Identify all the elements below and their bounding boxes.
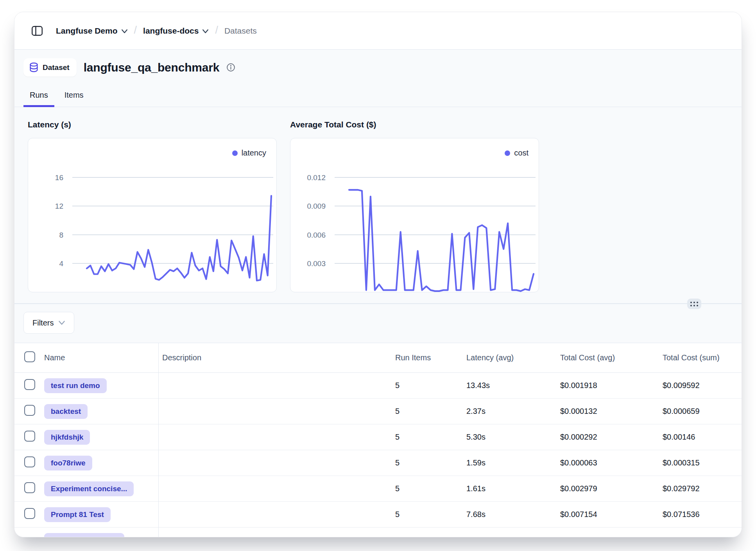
run-total-cost-avg: $0.007154 <box>560 510 663 519</box>
run-name-badge[interactable]: backtest <box>44 404 88 419</box>
table-row[interactable]: Experiment concise... 5 1.61s $0.002979 … <box>14 476 742 502</box>
svg-text:4: 4 <box>59 259 63 268</box>
row-checkbox[interactable] <box>24 508 35 519</box>
chevron-down-icon <box>58 320 65 325</box>
run-items-count: 5 <box>395 458 466 467</box>
cost-line-chart: 0.0120.0090.0060.003 <box>290 138 539 292</box>
row-checkbox[interactable] <box>24 379 35 390</box>
run-total-cost-avg: $0.002979 <box>560 484 663 493</box>
database-icon <box>29 62 39 73</box>
info-icon[interactable] <box>226 63 235 72</box>
run-name-badge[interactable]: foo78riwe <box>44 456 92 470</box>
cost-chart-title: Average Total Cost ($) <box>290 120 539 129</box>
run-items-count: 5 <box>395 433 466 442</box>
run-total-cost-sum: $0.00146 <box>663 433 742 442</box>
dataset-name: langfuse-docs <box>143 26 199 36</box>
run-name-badge[interactable]: hjkfdshjk <box>44 430 90 445</box>
select-all-checkbox[interactable] <box>24 351 35 362</box>
latency-line-chart: 161284 <box>28 138 276 292</box>
breadcrumb-separator: / <box>215 24 218 36</box>
breadcrumb: Langfuse Demo / langfuse-docs / Datasets <box>56 25 257 37</box>
tab-bar: Runs Items <box>14 88 742 107</box>
svg-text:0.003: 0.003 <box>307 259 326 268</box>
dataset-type-badge: Dataset <box>23 58 77 77</box>
column-header-total-cost-avg[interactable]: Total Cost (avg) <box>560 353 663 362</box>
row-checkbox[interactable] <box>24 405 35 416</box>
filters-row: Filters <box>23 312 742 334</box>
app-window: Langfuse Demo / langfuse-docs / Datasets… <box>14 12 742 537</box>
run-total-cost-sum: $0.000659 <box>663 407 742 416</box>
legend-dot-icon <box>505 150 510 156</box>
filters-button[interactable]: Filters <box>23 312 74 334</box>
latency-chart-title: Latency (s) <box>28 120 277 129</box>
tab-items[interactable]: Items <box>58 88 90 107</box>
run-total-cost-avg: $0.000132 <box>560 407 663 416</box>
breadcrumb-project[interactable]: Langfuse Demo <box>56 26 128 36</box>
table-row-partial[interactable] <box>14 528 742 537</box>
latency-chart-block: Latency (s) 161284 latency <box>28 120 277 292</box>
section-divider <box>14 303 742 304</box>
breadcrumb-section[interactable]: Datasets <box>224 26 257 36</box>
column-header-description[interactable]: Description <box>158 353 395 362</box>
page-header: Dataset langfuse_qa_benchmark <box>23 58 742 77</box>
run-name-badge[interactable]: Prompt 81 Test <box>44 507 111 522</box>
run-total-cost-avg: $0.000063 <box>560 458 663 467</box>
row-checkbox[interactable] <box>24 456 35 467</box>
run-items-count: 5 <box>395 381 466 390</box>
cost-chart-block: Average Total Cost ($) 0.0120.0090.0060.… <box>290 120 539 292</box>
column-divider <box>158 343 159 537</box>
run-total-cost-sum: $0.009592 <box>663 381 742 390</box>
run-latency-avg: 1.59s <box>466 458 560 467</box>
project-name: Langfuse Demo <box>56 26 118 36</box>
resize-drag-handle[interactable] <box>687 299 701 309</box>
dataset-badge-label: Dataset <box>43 63 70 72</box>
top-bar: Langfuse Demo / langfuse-docs / Datasets <box>14 12 742 50</box>
svg-text:0.006: 0.006 <box>307 231 326 239</box>
run-total-cost-sum: $0.029792 <box>663 484 742 493</box>
panel-left-icon <box>30 24 44 38</box>
run-total-cost-avg: $0.001918 <box>560 381 663 390</box>
tab-runs[interactable]: Runs <box>23 88 54 107</box>
sidebar-toggle-button[interactable] <box>29 23 45 39</box>
run-latency-avg: 2.37s <box>466 407 560 416</box>
run-latency-avg: 5.30s <box>466 433 560 442</box>
filters-button-label: Filters <box>32 318 54 327</box>
run-name-badge[interactable]: test run demo <box>44 378 107 393</box>
chevron-down-icon <box>121 29 128 34</box>
legend-label: cost <box>514 148 528 157</box>
legend-label: latency <box>242 148 266 157</box>
run-items-count: 5 <box>395 484 466 493</box>
table-row[interactable]: hjkfdshjk 5 5.30s $0.000292 $0.00146 <box>14 424 742 450</box>
table-row[interactable]: test run demo 5 13.43s $0.001918 $0.0095… <box>14 373 742 399</box>
cost-legend: cost <box>505 148 528 157</box>
column-header-total-cost-sum[interactable]: Total Cost (sum) <box>663 353 742 362</box>
run-latency-avg: 7.68s <box>466 510 560 519</box>
latency-chart-card: 161284 latency <box>28 138 277 292</box>
run-name-badge[interactable] <box>44 533 124 537</box>
row-checkbox[interactable] <box>24 431 35 442</box>
column-header-name[interactable]: Name <box>39 353 158 362</box>
svg-text:0.009: 0.009 <box>307 202 326 210</box>
svg-text:16: 16 <box>55 174 63 182</box>
breadcrumb-dataset[interactable]: langfuse-docs <box>143 26 209 36</box>
run-total-cost-sum: $0.000315 <box>663 458 742 467</box>
svg-text:12: 12 <box>55 202 63 210</box>
row-checkbox[interactable] <box>24 482 35 493</box>
run-total-cost-sum: $0.071536 <box>663 510 742 519</box>
table-row[interactable]: Prompt 81 Test 5 7.68s $0.007154 $0.0715… <box>14 502 742 528</box>
latency-legend: latency <box>232 148 266 157</box>
column-header-run-items[interactable]: Run Items <box>395 353 466 362</box>
breadcrumb-separator: / <box>134 24 137 36</box>
table-row[interactable]: backtest 5 2.37s $0.000132 $0.000659 <box>14 399 742 424</box>
run-latency-avg: 13.43s <box>466 381 560 390</box>
svg-text:8: 8 <box>59 231 63 239</box>
runs-table: Name Description Run Items Latency (avg)… <box>14 343 742 537</box>
svg-text:0.012: 0.012 <box>307 174 326 182</box>
column-header-latency-avg[interactable]: Latency (avg) <box>466 353 560 362</box>
table-row[interactable]: foo78riwe 5 1.59s $0.000063 $0.000315 <box>14 450 742 476</box>
run-items-count: 5 <box>395 407 466 416</box>
run-items-count: 5 <box>395 510 466 519</box>
run-name-badge[interactable]: Experiment concise... <box>44 481 134 496</box>
charts-section: Latency (s) 161284 latency Average Total… <box>28 120 728 292</box>
run-latency-avg: 1.61s <box>466 484 560 493</box>
